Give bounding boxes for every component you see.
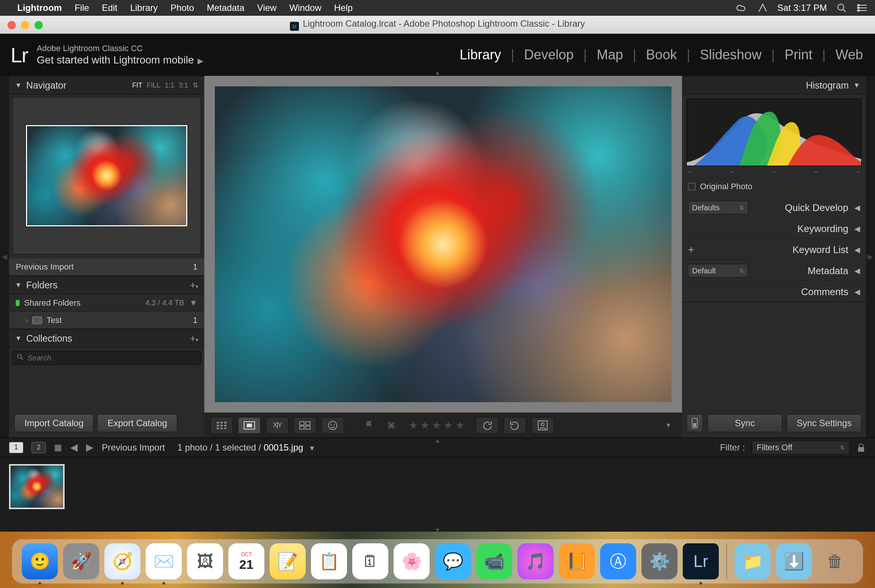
menu-extra-icon[interactable] [758,3,768,13]
spotlight-icon[interactable] [837,3,846,13]
export-catalog-button[interactable]: Export Catalog [97,414,177,432]
navigator-body[interactable] [12,97,201,255]
menu-library[interactable]: Library [130,3,158,13]
left-panel-toggle[interactable]: ◀ [0,76,9,437]
folder-row[interactable]: ▹ Test 1 [9,312,204,329]
chevron-down-icon[interactable]: ▼ [309,445,315,452]
quick-develop-header[interactable]: Defaults⇅ Quick Develop ◀ [682,197,866,218]
dock-messages[interactable]: 💬 [435,543,471,579]
import-catalog-button[interactable]: Import Catalog [14,414,94,432]
dock-trash[interactable]: 🗑 [817,543,853,579]
dock-applications-folder[interactable]: 📁 [735,543,771,579]
module-map[interactable]: Map [595,47,625,63]
dock-facetime[interactable]: 📹 [476,543,512,579]
control-center-icon[interactable] [856,4,867,12]
identity-plate[interactable]: Lr Adobe Lightroom Classic CC Get starte… [11,43,203,67]
quick-develop-preset-select[interactable]: Defaults⇅ [688,201,748,214]
dock-reminders[interactable]: 📋 [311,543,347,579]
folders-header[interactable]: ▼ Folders +▾ [9,276,204,294]
dock-preview[interactable]: 🖼 [187,543,223,579]
menu-window[interactable]: Window [289,3,321,13]
metadata-preset-select[interactable]: Default⇅ [688,264,748,277]
main-photo[interactable] [215,86,671,402]
histogram[interactable] [686,98,861,166]
window-close-button[interactable] [8,21,16,29]
filmstrip-thumb[interactable] [9,464,65,509]
menu-file[interactable]: File [75,3,89,13]
dock-appstore[interactable]: Ⓐ [600,543,636,579]
loupe-view-button[interactable] [238,417,261,434]
dock-downloads-folder[interactable]: ⬇️ [776,543,812,579]
filmstrip-grip-icon[interactable]: ▴ [436,436,439,445]
rotate-cw-button[interactable] [504,417,526,434]
menu-photo[interactable]: Photo [170,3,194,13]
module-web[interactable]: Web [834,47,864,63]
metadata-header[interactable]: Default⇅ Metadata ◀ [682,260,866,281]
survey-view-button[interactable] [294,417,316,434]
module-print[interactable]: Print [783,47,814,63]
grid-icon[interactable]: ▦ [54,443,62,452]
monitor-2-button[interactable]: 2 [32,442,46,453]
filter-lock-icon[interactable] [856,443,866,452]
nav-back-button[interactable]: ◀ [70,442,78,453]
original-photo-toggle[interactable]: Original Photo [682,179,866,197]
window-zoom-button[interactable] [35,21,43,29]
catalog-previous-import[interactable]: Previous Import 1 [9,258,204,276]
sync-settings-button[interactable]: Sync Settings [787,414,861,432]
sync-button[interactable]: Sync [708,414,782,432]
nav-zoom-fill[interactable]: FILL [147,81,160,89]
rating-stars[interactable]: ★★★★★ [409,419,467,431]
source-path[interactable]: Previous Import 1 photo / 1 selected / 0… [102,442,315,453]
right-panel-toggle[interactable]: ▶ [866,76,875,437]
dock-photos[interactable]: 🌸 [394,543,430,579]
dock-finder[interactable]: 🙂 [22,543,58,579]
menubar-clock[interactable]: Sat 3:17 PM [777,3,827,13]
navigator-header[interactable]: ▼ Navigator FIT FILL 1:1 3:1 ⇅ [9,76,204,95]
collections-header[interactable]: ▼ Collections +▾ [9,329,204,348]
rotate-ccw-button[interactable] [476,417,498,434]
keywording-header[interactable]: Keywording ◀ [682,218,866,239]
navigator-thumbnail[interactable] [26,125,187,226]
module-library[interactable]: Library [458,47,502,63]
people-view-button[interactable] [321,417,344,434]
collections-add-button[interactable]: +▾ [190,333,198,344]
window-minimize-button[interactable] [21,21,29,29]
top-panel-grip-icon[interactable]: ▴ [436,68,439,77]
module-slideshow[interactable]: Slideshow [698,47,763,63]
flag-reject-button[interactable] [383,417,400,434]
creative-cloud-icon[interactable] [736,4,748,12]
menubar-app[interactable]: Lightroom [17,3,62,13]
keyword-add-button[interactable]: + [688,244,694,256]
disclosure-down-icon[interactable]: ▼ [189,298,198,308]
sync-switch[interactable] [686,414,703,432]
identity-line2[interactable]: Get started with Lightroom mobile▶ [37,54,204,66]
menu-edit[interactable]: Edit [102,3,117,13]
histogram-header[interactable]: Histogram ▼ [682,76,866,95]
menu-metadata[interactable]: Metadata [207,3,244,13]
folders-add-button[interactable]: +▾ [190,279,198,291]
dock-system-preferences[interactable]: ⚙️ [641,543,677,579]
nav-zoom-3to1[interactable]: 3:1 [179,81,188,89]
flag-pick-button[interactable] [361,417,378,434]
volume-row[interactable]: Shared Folders 4.3 / 4.4 TB ▼ [9,294,204,312]
checkbox-icon[interactable] [688,183,695,190]
nav-forward-button[interactable]: ▶ [86,442,94,453]
nav-zoom-1to1[interactable]: 1:1 [165,81,174,89]
dock-notes[interactable]: 📝 [270,543,306,579]
dock-ibooks[interactable]: 📙 [559,543,595,579]
dock-launchpad[interactable]: 🚀 [63,543,99,579]
collections-search-input[interactable]: Search [12,351,201,365]
comments-header[interactable]: Comments ◀ [682,281,866,302]
grid-view-button[interactable] [210,417,233,434]
menu-help[interactable]: Help [334,3,353,13]
monitor-1-button[interactable]: 1 [9,442,23,453]
face-tag-button[interactable] [531,417,554,434]
nav-zoom-fit[interactable]: FIT [132,81,142,89]
dock-mail[interactable]: ✉️ [146,543,182,579]
filter-select[interactable]: Filters Off⇅ [752,441,849,454]
loupe-area[interactable] [204,76,682,413]
module-develop[interactable]: Develop [523,47,575,63]
nav-zoom-stepper-icon[interactable]: ⇅ [193,81,198,89]
toolbar-more-button[interactable]: ▼ [661,418,676,433]
dock-lightroom[interactable]: Lr [683,543,719,579]
